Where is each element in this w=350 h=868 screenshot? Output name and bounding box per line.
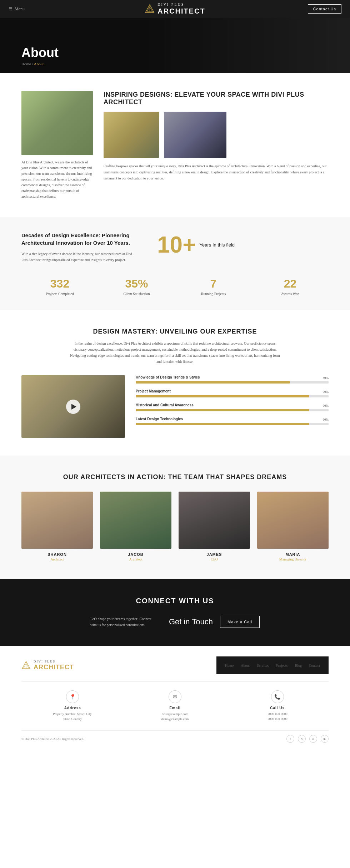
footer-logo-icon (21, 661, 31, 670)
linkedin-icon[interactable]: in (309, 735, 317, 743)
intro-image-1 (104, 112, 159, 158)
team-role: CEO (179, 557, 250, 561)
stat-label: Running Projects (175, 292, 252, 296)
intro-section: At Divi Plus Architect, we are the archi… (0, 73, 350, 217)
nav-menu[interactable]: ☰ Menu (9, 6, 25, 12)
footer-logo: DIVI PLUS ARCHITECT (21, 660, 74, 671)
stat-number: 22 (252, 277, 329, 290)
intro-left-text: At Divi Plus Architect, we are the archi… (21, 159, 93, 199)
footer-nav-home[interactable]: Home (225, 664, 234, 668)
team-name: SHARON (21, 552, 93, 557)
stat-awards-won: 22 Awards Won (252, 277, 329, 296)
hamburger-icon: ☰ (9, 6, 12, 12)
address-icon: 📍 (66, 690, 79, 703)
team-role: Architect (21, 557, 93, 561)
social-links: f ✕ in ▶ (286, 735, 329, 743)
stat-number: 332 (21, 277, 98, 290)
footer-nav: Home About Services Projects Blog Contac… (216, 656, 329, 674)
skill-bar: 90% (136, 395, 329, 397)
team-photo (21, 492, 93, 549)
make-call-button[interactable]: Make a Call (220, 616, 260, 628)
mastery-desc: In the realm of design excellence, Divi … (68, 340, 282, 365)
footer-email: ✉ Email hello@example.comdemo@example.co… (124, 690, 226, 722)
breadcrumb-current: About (34, 62, 44, 66)
email-title: Email (124, 706, 226, 710)
mastery-title: DESIGN MASTERY: UNVEILING OUR EXPERTISE (21, 328, 329, 335)
skill-bar: 90% (136, 423, 329, 425)
skill-percent: 90% (323, 390, 329, 394)
intro-house-image (21, 91, 93, 155)
skill-item: Historical and Cultural Awareness 90% (136, 403, 329, 411)
team-photo (179, 492, 250, 549)
hero-content: About Home / About (21, 45, 59, 66)
email-icon: ✉ (169, 690, 181, 703)
play-icon (71, 404, 76, 410)
facebook-icon[interactable]: f (286, 735, 294, 743)
stat-label: Projects Completed (21, 292, 98, 296)
footer-top: DIVI PLUS ARCHITECT Home About Services … (21, 656, 329, 682)
connect-title: CONNECT WITH US (21, 597, 329, 605)
breadcrumb-home[interactable]: Home (21, 62, 31, 66)
team-photo (257, 492, 329, 549)
hero-section: About Home / About (0, 18, 350, 73)
footer-nav-services[interactable]: Services (257, 664, 269, 668)
footer-nav-projects[interactable]: Projects (276, 664, 288, 668)
twitter-icon[interactable]: ✕ (298, 735, 306, 743)
team-title: OUR ARCHITECTS IN ACTION: THE TEAM THAT … (21, 473, 329, 481)
team-photo (100, 492, 171, 549)
stats-big-label: Years In this field (200, 242, 235, 248)
contact-button[interactable]: Contact Us (308, 4, 341, 14)
footer: DIVI PLUS ARCHITECT Home About Services … (0, 646, 350, 747)
team-name: JACOB (100, 552, 171, 557)
skill-fill (136, 423, 309, 425)
skill-item: Knowledge of Design Trends & Styles 80% (136, 375, 329, 384)
stats-desc: With a rich legacy of over a decade in t… (21, 251, 136, 263)
address-text: Property Number: Street, City,State, Cou… (21, 711, 124, 722)
skill-fill (136, 381, 290, 384)
skill-percent: 90% (323, 404, 329, 407)
team-role: Architect (100, 557, 171, 561)
intro-right-desc: Crafting bespoke spaces that tell your u… (104, 163, 329, 181)
footer-bottom: © Divi Plus Architect 2023 All Rights Re… (21, 730, 329, 747)
skill-fill (136, 395, 309, 397)
play-button[interactable] (66, 400, 80, 414)
stat-client-satisfaction: 35% Client Satisfaction (98, 277, 175, 296)
footer-nav-contact[interactable]: Contact (309, 664, 320, 668)
email-text: hello@example.comdemo@example.com (124, 711, 226, 722)
intro-image-2 (164, 112, 226, 158)
connect-cta: Get in Touch Make a Call (169, 616, 260, 628)
footer-phone: 📞 Call Us +000-000-0000+000-000-0000 (226, 690, 329, 722)
copyright: © Divi Plus Architect 2023 All Rights Re… (21, 737, 84, 741)
team-name: JAMES (179, 552, 250, 557)
connect-left-text: Let's shape your dreams together! Connec… (90, 616, 155, 628)
stat-label: Awards Won (252, 292, 329, 296)
navbar: ☰ Menu DIVI PLUS ARCHITECT Contact Us (0, 0, 350, 18)
logo-main-text: ARCHITECT (158, 7, 205, 15)
footer-nav-about[interactable]: About (241, 664, 250, 668)
breadcrumb-separator: / (32, 62, 33, 66)
team-member-sharon: SHARON Architect (21, 492, 93, 561)
team-member-maria: MARIA Managing Director (257, 492, 329, 561)
skill-name: Knowledge of Design Trends & Styles (136, 375, 329, 379)
mastery-content: Knowledge of Design Trends & Styles 80% … (21, 375, 329, 438)
connect-section: CONNECT WITH US Let's shape your dreams … (0, 579, 350, 646)
mastery-section: DESIGN MASTERY: UNVEILING OUR EXPERTISE … (0, 310, 350, 456)
team-name: MARIA (257, 552, 329, 557)
phone-title: Call Us (226, 706, 329, 710)
footer-nav-blog[interactable]: Blog (295, 664, 301, 668)
skill-item: Latest Design Technologies 90% (136, 417, 329, 425)
stat-label: Client Satisfaction (98, 292, 175, 296)
youtube-icon[interactable]: ▶ (321, 735, 329, 743)
stats-big-number: 10+ (157, 232, 196, 258)
page-title: About (21, 45, 59, 60)
phone-icon: 📞 (271, 690, 284, 703)
stats-bottom: 332 Projects Completed 35% Client Satisf… (21, 277, 329, 296)
stat-projects-completed: 332 Projects Completed (21, 277, 98, 296)
stats-top: Decades of Design Excellence: Pioneering… (21, 232, 329, 263)
footer-info: 📍 Address Property Number: Street, City,… (21, 682, 329, 730)
connect-row: Let's shape your dreams together! Connec… (21, 616, 329, 628)
mastery-video[interactable] (21, 375, 125, 438)
team-grid: SHARON Architect JACOB Architect JAMES C… (21, 492, 329, 561)
address-title: Address (21, 706, 124, 710)
connect-cta-title: Get in Touch (169, 617, 213, 626)
